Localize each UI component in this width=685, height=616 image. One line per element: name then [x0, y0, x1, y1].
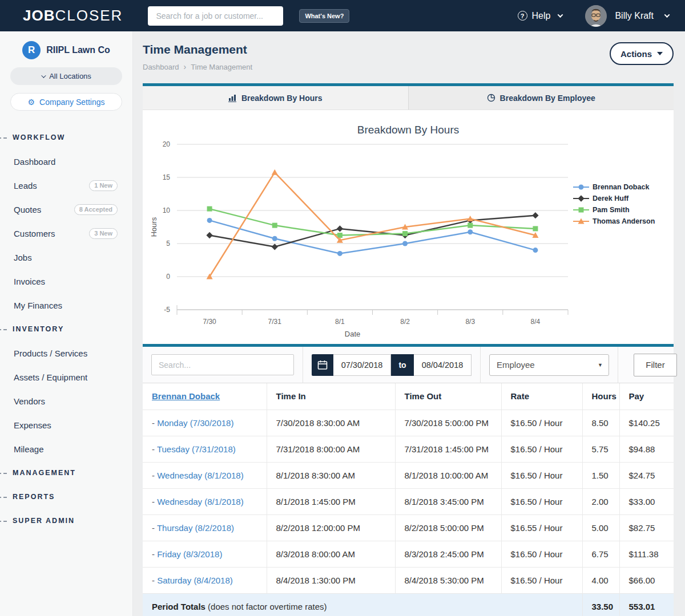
- svg-text:8/2: 8/2: [400, 318, 410, 326]
- sidebar-item-dashboard[interactable]: Dashboard: [0, 149, 132, 173]
- hours-cell: 5.75: [582, 436, 619, 462]
- day-link[interactable]: Wednesday (8/1/2018): [157, 497, 244, 506]
- day-cell[interactable]: - Wednesday (8/1/2018): [143, 488, 267, 514]
- day-link[interactable]: Monday (7/30/2018): [157, 418, 233, 428]
- day-link[interactable]: Thursday (8/2/2018): [157, 523, 234, 533]
- sidebar-item-my-finances[interactable]: My Finances: [0, 293, 132, 317]
- table-row: - Wednesday (8/1/2018)8/1/2018 1:45:00 P…: [143, 488, 674, 514]
- filter-bar: to Employee ▼ Filter: [143, 347, 674, 383]
- column-header: Pay: [619, 383, 674, 410]
- day-cell[interactable]: - Friday (8/3/2018): [143, 541, 267, 567]
- table-search-input[interactable]: [151, 354, 294, 375]
- status-badge: 8 Accepted: [74, 204, 118, 215]
- company-settings-label: Company Settings: [39, 98, 104, 107]
- day-cell[interactable]: - Saturday (8/4/2018): [143, 567, 267, 593]
- time-in-cell: 8/1/2018 1:45:00 PM: [267, 488, 395, 514]
- legend-marker-icon: [573, 206, 589, 213]
- legend-item: Thomas Anderson: [573, 217, 669, 225]
- legend-marker-icon: [573, 195, 589, 202]
- sidebar-item-products-services[interactable]: Products / Services: [0, 341, 132, 365]
- company-name: RIIPL Lawn Co: [46, 45, 110, 55]
- day-cell[interactable]: - Wednesday (8/1/2018): [143, 462, 267, 488]
- sidebar-item-jobs[interactable]: Jobs: [0, 245, 132, 269]
- rate-cell: $16.55 / Hour: [501, 514, 582, 541]
- time-in-cell: 8/3/2018 8:00:00 AM: [267, 541, 395, 567]
- avatar[interactable]: [585, 5, 607, 27]
- sidebar-item-quotes[interactable]: Quotes8 Accepted: [0, 197, 132, 221]
- dash-icon: [0, 329, 7, 330]
- sidebar-item-leads[interactable]: Leads1 New: [0, 173, 132, 197]
- logo-bold: JOB: [23, 7, 55, 24]
- sidebar-section-header: WORKFLOW: [0, 125, 132, 149]
- filter-search-group: [143, 347, 303, 383]
- company-settings-button[interactable]: ⚙ Company Settings: [10, 93, 122, 111]
- breadcrumb: Dashboard › Time Management: [143, 62, 674, 71]
- table-row: - Friday (8/3/2018)8/3/2018 8:00:00 AM8/…: [143, 541, 674, 567]
- time-table: Brennan DobackTime InTime OutRateHoursPa…: [143, 383, 674, 616]
- rate-cell: $16.50 / Hour: [501, 541, 582, 567]
- sidebar-sections: WORKFLOWDashboardLeads1 NewQuotes8 Accep…: [0, 125, 132, 533]
- date-to-input[interactable]: [414, 354, 472, 376]
- time-in-cell: 8/4/2018 1:30:00 PM: [267, 567, 395, 593]
- calendar-button[interactable]: [312, 354, 333, 376]
- column-header: Hours: [582, 383, 619, 410]
- svg-text:8/3: 8/3: [465, 318, 475, 326]
- dash-icon: [0, 137, 7, 139]
- dash-icon: [0, 473, 7, 474]
- day-link[interactable]: Friday (8/3/2018): [157, 549, 222, 559]
- breadcrumb-dashboard[interactable]: Dashboard: [143, 63, 179, 71]
- sidebar-item-customers[interactable]: Customers3 New: [0, 221, 132, 245]
- day-link[interactable]: Tuesday (7/31/2018): [157, 444, 236, 454]
- sidebar-item-mileage[interactable]: Mileage: [0, 437, 132, 461]
- column-header: Rate: [501, 383, 582, 410]
- status-badge: 1 New: [89, 180, 118, 191]
- filter-button-group: Filter: [625, 347, 685, 383]
- column-header: Time In: [267, 383, 395, 410]
- svg-text:8/1: 8/1: [335, 318, 345, 326]
- sidebar-item-expenses[interactable]: Expenses: [0, 413, 132, 437]
- date-to-label: to: [391, 354, 414, 376]
- svg-text:8/4: 8/4: [531, 318, 541, 326]
- day-cell[interactable]: - Monday (7/30/2018): [143, 410, 267, 436]
- period-totals-row: Period Totals (does not factor overtime …: [143, 593, 674, 616]
- sidebar-item-vendors[interactable]: Vendors: [0, 389, 132, 413]
- employee-name-header[interactable]: Brennan Doback: [143, 383, 267, 410]
- top-navbar: JOBCLOSER What's New? ? Help Billy Kraft: [0, 0, 685, 31]
- day-link[interactable]: Saturday (8/4/2018): [157, 576, 233, 585]
- filter-button[interactable]: Filter: [634, 354, 677, 376]
- sidebar-item-assets-equipment[interactable]: Assets / Equipment: [0, 365, 132, 389]
- sidebar-item-invoices[interactable]: Invoices: [0, 269, 132, 293]
- whats-new-button[interactable]: What's New?: [299, 9, 349, 23]
- legend-item: Pam Smith: [573, 206, 669, 214]
- total-pay: 553.01: [619, 593, 674, 616]
- day-cell[interactable]: - Tuesday (7/31/2018): [143, 436, 267, 462]
- rate-cell: $16.50 / Hour: [501, 567, 582, 593]
- company-header: R RIIPL Lawn Co: [0, 41, 132, 59]
- actions-button[interactable]: Actions: [610, 42, 674, 65]
- employee-select-value: Employee: [497, 360, 535, 370]
- locations-dropdown[interactable]: All Locations: [10, 67, 122, 85]
- day-link[interactable]: Wednesday (8/1/2018): [157, 471, 244, 480]
- caret-down-icon: [657, 52, 663, 55]
- hours-cell: 1.50: [582, 462, 619, 488]
- chevron-down-icon: [558, 12, 563, 18]
- tab-breakdown-by-hours[interactable]: Breakdown By Hours: [143, 86, 408, 110]
- sidebar-section-header: SUPER ADMIN: [0, 509, 132, 533]
- page-title: Time Management: [143, 43, 674, 56]
- global-search-input[interactable]: [148, 6, 283, 26]
- time-in-cell: 7/30/2018 8:30:00 AM: [267, 410, 395, 436]
- time-in-cell: 8/2/2018 12:00:00 PM: [267, 514, 395, 541]
- tab-breakdown-by-employee[interactable]: Breakdown By Employee: [408, 86, 674, 110]
- breadcrumb-current: Time Management: [191, 63, 252, 71]
- employee-select[interactable]: Employee ▼: [489, 354, 609, 376]
- help-menu[interactable]: ? Help: [518, 11, 563, 21]
- hours-cell: 2.00: [582, 488, 619, 514]
- content-panel: Breakdown By Hours Breakdown By Employee…: [143, 83, 674, 616]
- time-out-cell: 7/31/2018 1:45:00 PM: [395, 436, 501, 462]
- time-out-cell: 8/3/2018 2:45:00 PM: [395, 541, 501, 567]
- sidebar-section-header: INVENTORY: [0, 317, 132, 341]
- date-from-input[interactable]: [333, 354, 391, 376]
- day-cell[interactable]: - Thursday (8/2/2018): [143, 514, 267, 541]
- tab-bar: Breakdown By Hours Breakdown By Employee: [143, 86, 674, 110]
- user-menu[interactable]: Billy Kraft: [615, 11, 654, 21]
